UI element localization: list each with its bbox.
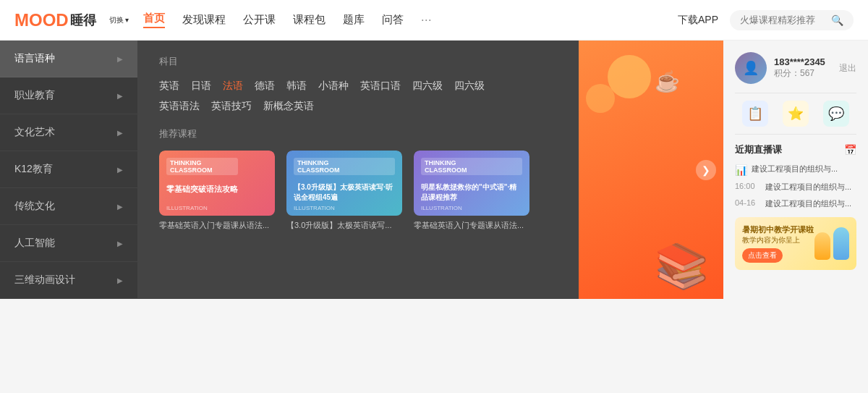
- card-label-2: THINKINGCLASSROOM: [294, 158, 395, 175]
- sidebar-item-traditional[interactable]: 传统文化 ▶: [0, 188, 137, 225]
- banner-decoration-circle: [608, 55, 651, 98]
- live-section: 近期直播课 📅 📊 建设工程项目的组织与... 16:00 建设工程项目的组织与…: [735, 143, 856, 210]
- subject-tag-cet46-2[interactable]: 四六级: [454, 80, 485, 93]
- header-right: 下载APP 🔍: [678, 10, 854, 30]
- nav-question-bank[interactable]: 题库: [343, 13, 365, 27]
- user-id: 183****2345: [774, 56, 832, 67]
- sidebar-arrow-icon: ▶: [117, 203, 123, 211]
- sidebar-item-traditional-label: 传统文化: [14, 200, 55, 213]
- live-item-3[interactable]: 04-16 建设工程项目的组织与...: [735, 198, 856, 209]
- subject-tag-korean[interactable]: 韩语: [286, 80, 307, 93]
- course-card-1[interactable]: THINKINGCLASSROOM 零基础突破语法攻略 ILLUSTRATION…: [159, 151, 275, 231]
- subject-tag-cet46-1[interactable]: 四六级: [412, 80, 443, 93]
- avatar: 👤: [735, 52, 767, 84]
- ad-figure-2: [833, 227, 849, 260]
- live-title: 近期直播课: [735, 143, 782, 156]
- ad-text2: 教学内容为你呈上: [742, 235, 814, 245]
- course-card-3[interactable]: THINKINGCLASSROOM 明星私教拯救你的"中式语"·精品课程推荐 I…: [414, 151, 529, 231]
- card-label-1: THINKINGCLASSROOM: [166, 158, 238, 175]
- subject-tag-grammar[interactable]: 英语语法: [159, 100, 200, 113]
- recommended-title: 推荐课程: [159, 127, 557, 140]
- user-info: 👤 183****2345 积分：567 退出: [735, 52, 856, 84]
- subject-tag-japanese[interactable]: 日语: [191, 80, 211, 93]
- nav-home[interactable]: 首页: [143, 12, 165, 28]
- notes-icon-button[interactable]: 📋: [742, 101, 768, 127]
- banner-next-arrow[interactable]: ❯: [696, 160, 716, 180]
- live-item-2[interactable]: 16:00 建设工程项目的组织与...: [735, 182, 856, 193]
- logo-mood[interactable]: MOOD: [14, 10, 69, 30]
- subject-tag-french[interactable]: 法语: [223, 80, 243, 93]
- nav-qa[interactable]: 问答: [382, 13, 404, 27]
- subject-tag-english[interactable]: 英语: [159, 80, 179, 93]
- sidebar-item-ai-label: 人工智能: [14, 237, 55, 250]
- sidebar-arrow-icon: ▶: [117, 166, 123, 174]
- live-item-1[interactable]: 📊 建设工程项目的组织与...: [735, 164, 856, 176]
- course-card-title-3: 零基础英语入门专题课从语法...: [414, 220, 529, 231]
- ad-button[interactable]: 点击查看: [742, 248, 783, 263]
- user-actions: 📋 ⭐ 💬: [735, 93, 856, 135]
- card-img-title-1: 零基础突破语法攻略: [166, 184, 238, 195]
- nav-package[interactable]: 课程包: [293, 13, 326, 27]
- sidebar-item-k12[interactable]: K12教育 ▶: [0, 151, 137, 188]
- live-item-text-1: 建设工程项目的组织与...: [752, 164, 856, 174]
- sidebar-item-3d[interactable]: 三维动画设计 ▶: [0, 262, 137, 299]
- subject-tag-other-lang[interactable]: 小语种: [318, 80, 349, 93]
- dropdown-panel: 语言语种 ▶ 职业教育 ▶ 文化艺术 ▶ K12教育 ▶ 传统文化 ▶ 人工智能…: [0, 41, 723, 299]
- subject-title: 科目: [159, 55, 557, 68]
- subject-tag-new-concept[interactable]: 新概念英语: [263, 100, 314, 113]
- sidebar-arrow-icon: ▶: [117, 92, 123, 100]
- nav-switch[interactable]: 切换 ▾: [108, 15, 129, 25]
- download-app-button[interactable]: 下载APP: [678, 14, 718, 27]
- ad-text1: 暑期初中教学开课啦: [742, 224, 814, 235]
- sidebar-item-ai[interactable]: 人工智能 ▶: [0, 225, 137, 262]
- nav-open-course[interactable]: 公开课: [243, 13, 276, 27]
- subject-tag-skills[interactable]: 英语技巧: [211, 100, 252, 113]
- messages-icon-button[interactable]: 💬: [823, 101, 849, 127]
- subject-tags-row2: 英语语法 英语技巧 新概念英语: [159, 100, 557, 113]
- favorites-icon-button[interactable]: ⭐: [783, 101, 809, 127]
- course-cards: THINKINGCLASSROOM 零基础突破语法攻略 ILLUSTRATION…: [159, 151, 557, 231]
- live-item-text-2: 建设工程项目的组织与...: [765, 182, 856, 193]
- banner-books-icon: 📚: [655, 240, 709, 292]
- ad-figures: [814, 227, 849, 260]
- ad-figure-1: [814, 232, 830, 260]
- live-item-title-1: 建设工程项目的组织与...: [752, 164, 856, 174]
- subject-tag-german[interactable]: 德语: [255, 80, 275, 93]
- sidebar-arrow-icon: ▶: [117, 276, 123, 284]
- live-item-time-2: 16:00: [735, 182, 761, 190]
- switch-label: 切换: [109, 15, 124, 25]
- sidebar-item-language[interactable]: 语言语种 ▶: [0, 41, 137, 77]
- banner-cup-icon: ☕: [655, 69, 680, 93]
- sidebar-item-language-label: 语言语种: [14, 52, 55, 65]
- search-icon[interactable]: 🔍: [831, 14, 843, 26]
- sidebar-arrow-icon: ▶: [117, 240, 123, 248]
- course-card-title-1: 零基础英语入门专题课从语法...: [159, 220, 275, 231]
- logout-button[interactable]: 退出: [839, 62, 856, 75]
- ad-banner[interactable]: 暑期初中教学开课啦 教学内容为你呈上 点击查看: [735, 217, 856, 270]
- card-img-title-2: 【3.0升级版】太极英语读写·听说全程组45遍: [294, 182, 395, 203]
- course-card-2[interactable]: THINKINGCLASSROOM 【3.0升级版】太极英语读写·听说全程组45…: [286, 151, 402, 231]
- sidebar-item-k12-label: K12教育: [14, 163, 53, 176]
- live-item-title-2: 建设工程项目的组织与...: [765, 182, 856, 193]
- sidebar-item-vocational-label: 职业教育: [14, 89, 55, 102]
- nav-more[interactable]: ···: [421, 12, 432, 28]
- sidebar-arrow-icon: ▶: [117, 55, 123, 63]
- search-box: 🔍: [730, 10, 854, 30]
- nav-discover[interactable]: 发现课程: [182, 13, 226, 27]
- sidebar-item-culture-art[interactable]: 文化艺术 ▶: [0, 114, 137, 151]
- logo-text: 睡得: [70, 12, 96, 29]
- live-item-date-3: 04-16: [735, 198, 761, 207]
- live-item-text-3: 建设工程项目的组织与...: [765, 198, 856, 209]
- course-card-img-3: THINKINGCLASSROOM 明星私教拯救你的"中式语"·精品课程推荐 I…: [414, 151, 529, 216]
- live-calendar-icon[interactable]: 📅: [844, 144, 856, 156]
- nav-links: 首页 发现课程 公开课 课程包 题库 问答 ···: [143, 12, 678, 28]
- course-card-img-1: THINKINGCLASSROOM 零基础突破语法攻略 ILLUSTRATION: [159, 151, 275, 216]
- header: MOOD 睡得 切换 ▾ 首页 发现课程 公开课 课程包 题库 问答 ··· 下…: [0, 0, 868, 41]
- subject-panel: 科目 英语 日语 法语 德语 韩语 小语种 英语口语 四六级 四六级 英语语法 …: [137, 41, 579, 299]
- switch-arrow-icon: ▾: [125, 16, 129, 24]
- search-input[interactable]: [740, 14, 827, 25]
- right-panel: 👤 183****2345 积分：567 退出 📋 ⭐ 💬 近期直播课 📅 📊 …: [723, 41, 868, 299]
- subject-tag-oral[interactable]: 英语口语: [360, 80, 401, 93]
- sidebar-item-vocational[interactable]: 职业教育 ▶: [0, 77, 137, 114]
- live-header: 近期直播课 📅: [735, 143, 856, 156]
